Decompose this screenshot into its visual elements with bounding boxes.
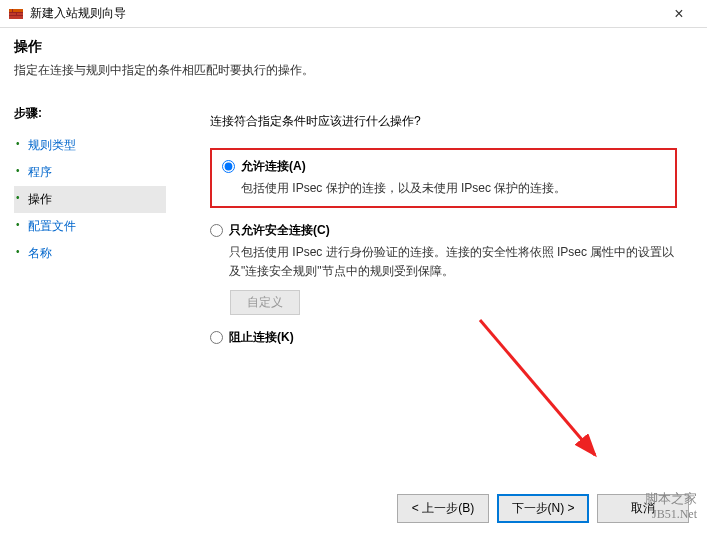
step-rule-type[interactable]: 规则类型: [14, 132, 166, 159]
svg-rect-5: [16, 12, 17, 15]
next-button[interactable]: 下一步(N) >: [497, 494, 589, 523]
svg-rect-4: [12, 9, 13, 12]
close-button[interactable]: ×: [659, 5, 699, 23]
step-action[interactable]: 操作: [14, 186, 166, 213]
titlebar: 新建入站规则向导 ×: [0, 0, 707, 28]
step-name[interactable]: 名称: [14, 240, 166, 267]
customize-button: 自定义: [230, 290, 300, 315]
option-allow-highlight: 允许连接(A) 包括使用 IPsec 保护的连接，以及未使用 IPsec 保护的…: [210, 148, 677, 208]
radio-block[interactable]: [210, 331, 223, 344]
step-profile[interactable]: 配置文件: [14, 213, 166, 240]
question-text: 连接符合指定条件时应该进行什么操作?: [210, 113, 677, 130]
back-button[interactable]: < 上一步(B): [397, 494, 489, 523]
option-secure-title: 只允许安全连接(C): [229, 222, 677, 239]
wizard-header: 操作 指定在连接与规则中指定的条件相匹配时要执行的操作。: [0, 28, 707, 95]
page-title: 操作: [14, 38, 693, 56]
radio-secure[interactable]: [210, 224, 223, 237]
steps-label: 步骤:: [14, 105, 166, 122]
svg-rect-1: [9, 9, 23, 12]
step-program[interactable]: 程序: [14, 159, 166, 186]
option-secure-desc: 只包括使用 IPsec 进行身份验证的连接。连接的安全性将依照 IPsec 属性…: [229, 243, 677, 281]
radio-allow[interactable]: [222, 160, 235, 173]
option-allow-title: 允许连接(A): [241, 158, 665, 175]
wizard-footer: < 上一步(B) 下一步(N) > 取消: [397, 494, 689, 523]
window-title: 新建入站规则向导: [30, 5, 659, 22]
option-block-title: 阻止连接(K): [229, 329, 677, 346]
firewall-icon: [8, 6, 24, 22]
main-panel: 连接符合指定条件时应该进行什么操作? 允许连接(A) 包括使用 IPsec 保护…: [180, 95, 707, 525]
page-subtitle: 指定在连接与规则中指定的条件相匹配时要执行的操作。: [14, 62, 693, 79]
svg-rect-3: [9, 15, 23, 16]
cancel-button[interactable]: 取消: [597, 494, 689, 523]
steps-sidebar: 步骤: 规则类型 程序 操作 配置文件 名称: [0, 95, 180, 525]
option-allow-desc: 包括使用 IPsec 保护的连接，以及未使用 IPsec 保护的连接。: [241, 179, 665, 198]
steps-list: 规则类型 程序 操作 配置文件 名称: [14, 132, 166, 267]
